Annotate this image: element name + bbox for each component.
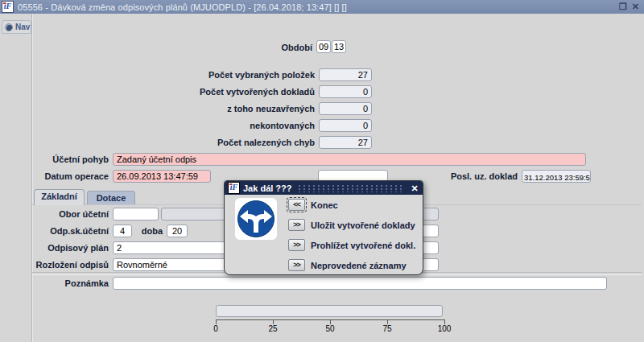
odp-sk-ucetni-field[interactable]: 4 [113, 225, 132, 237]
gauge-tick-label: 75 [375, 324, 399, 333]
counter-label: Počet vytvořených dokladů [121, 87, 315, 97]
gauge-tick-label: 25 [261, 324, 285, 333]
window-title: 05556 - Dávková změna odpisových plánů (… [18, 2, 347, 12]
datum-operace-field[interactable]: 26.09.2013 13:47:59 [113, 170, 211, 183]
ulozit-doklady-button-label: Uložit vytvořené doklady [311, 220, 422, 230]
counter-field-chyby: 27 [319, 136, 372, 149]
konec-button-label: Konec [311, 200, 422, 210]
neprovedene-zaznamy-button[interactable]: >> [288, 259, 305, 271]
odp-sk-ucetni-label: Odp.sk.účetní [0, 226, 109, 236]
nav-label: Nav [15, 23, 30, 31]
dialog-app-icon: iF [228, 182, 240, 194]
close-icon[interactable]: ✕ [632, 1, 639, 13]
konec-button[interactable]: << [288, 199, 305, 211]
tab-zakladni[interactable]: Základní [34, 189, 85, 205]
counter-field-vytvorene: 0 [319, 85, 372, 98]
obdobi-year-field[interactable]: 13 [332, 40, 346, 53]
doba-field[interactable]: 20 [167, 225, 188, 237]
nav-icon [5, 23, 13, 31]
window-titlebar: iF 05556 - Dávková změna odpisových plán… [0, 0, 644, 14]
counter-label: Počet nalezených chyb [121, 138, 315, 147]
dialog-close-icon[interactable]: ✕ [409, 183, 420, 194]
poznamka-field[interactable] [113, 277, 607, 290]
counter-label: Počet vybraných položek [121, 70, 315, 80]
counter-field-neuzavrene: 0 [319, 102, 372, 115]
dialog-title-pattern [297, 184, 404, 192]
doba-label: doba [135, 226, 163, 236]
dialog-titlebar[interactable]: iF Jak dál ??? ✕ [225, 181, 423, 195]
counter-field-nekontovane: 0 [319, 119, 372, 132]
dialog-title: Jak dál ??? [243, 183, 292, 193]
neprovedene-zaznamy-button-label: Neprovedené záznamy [311, 261, 422, 270]
posl-uz-doklad-label: Posl. uz. doklad [409, 171, 518, 181]
gauge-tick-label: 50 [318, 324, 342, 333]
prohlizet-doklady-button-label: Prohlížet vytvořené dokl. [311, 241, 422, 250]
tab-dotace[interactable]: Dotace [87, 191, 135, 205]
gauge-tick-label: 0 [204, 324, 228, 333]
poznamka-label: Poznámka [0, 278, 109, 288]
odpisovy-plan-label: Odpisový plán [0, 243, 109, 253]
nav-tab[interactable]: Nav [2, 20, 31, 34]
datum-operace-label: Datum operace [0, 171, 109, 181]
ucetni-pohyb-field[interactable]: Zadaný účetní odpis [113, 153, 586, 166]
road-fork-sign-icon [235, 198, 277, 240]
restore-icon[interactable]: ❐ [619, 1, 627, 13]
prohlizet-doklady-button[interactable]: >> [288, 239, 305, 251]
counter-field-vybrane: 27 [319, 68, 372, 81]
posl-uz-doklad-field: 31.12.2013 23:59:56 [522, 170, 591, 183]
obor-ucetni-label: Obor účetní [0, 209, 109, 219]
jak-dal-dialog: iF Jak dál ??? ✕ << Konec >> Uložit vytv… [224, 180, 423, 275]
counter-label: nekontovaných [121, 121, 315, 130]
obor-ucetni-field[interactable] [113, 208, 159, 220]
app-window: { "window": { "icon_text": "iF", "title"… [0, 0, 644, 342]
rozlozeni-odpisu-label: Rozložení odpisů [0, 260, 109, 270]
app-icon: iF [2, 1, 14, 13]
progress-bar [216, 305, 443, 317]
gauge-tick-label: 100 [432, 324, 456, 333]
ucetni-pohyb-label: Účetní pohyb [0, 155, 109, 164]
counter-label: z toho neuzavřených [121, 104, 315, 113]
obdobi-month-field[interactable]: 09 [316, 40, 331, 53]
ulozit-doklady-button[interactable]: >> [288, 219, 305, 231]
obdobi-label: Období [225, 43, 312, 52]
